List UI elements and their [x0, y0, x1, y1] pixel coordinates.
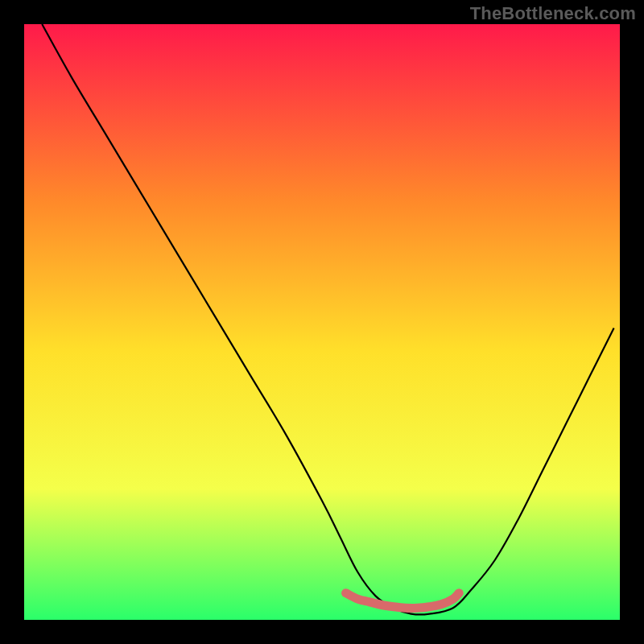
- gradient-background: [24, 24, 620, 620]
- chart-frame: TheBottleneck.com: [0, 0, 644, 644]
- chart-svg: [24, 24, 620, 620]
- plot-area: [24, 24, 620, 620]
- watermark-label: TheBottleneck.com: [470, 3, 636, 24]
